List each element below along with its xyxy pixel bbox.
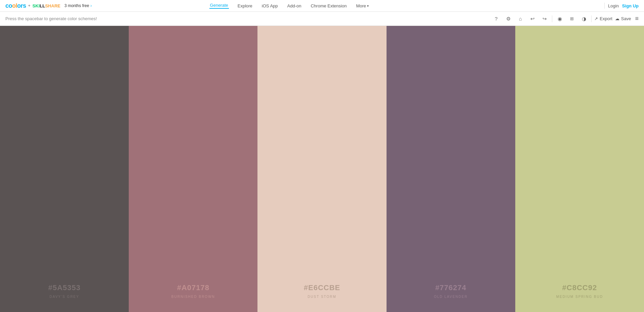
color-swatch-2[interactable]: #E6CCBEDUST STORM <box>257 26 386 312</box>
color-swatch-1[interactable]: #A07178BURNISHED BROWN <box>129 26 257 312</box>
export-button[interactable]: ↗ Export <box>594 16 612 21</box>
settings-icon-button[interactable]: ⚙ <box>504 14 513 24</box>
promo-arrow: › <box>90 3 92 8</box>
color-hex-1: #A07178 <box>177 283 209 292</box>
skillshare-logo[interactable]: SKILLSHARE <box>33 3 61 8</box>
color-swatch-0[interactable]: #5A5353DAVY'S GREY <box>0 26 129 312</box>
nav-divider <box>604 3 605 9</box>
save-cloud-icon: ☁ <box>615 16 619 21</box>
login-button[interactable]: Login <box>608 3 619 8</box>
color-name-0: DAVY'S GREY <box>50 295 79 299</box>
hamburger-button[interactable]: ≡ <box>635 15 639 22</box>
toolbar-divider-1 <box>552 15 552 22</box>
contrast-icon: ◑ <box>582 16 586 22</box>
undo-icon-button[interactable]: ↩ <box>528 14 537 24</box>
toolbar-icons: ? ⚙ ⌂ ↩ ↪ ◉ ⊞ ◑ ↗ Export ☁ Save <box>491 14 639 24</box>
nav-chrome-extension[interactable]: Chrome Extension <box>310 3 347 8</box>
save-button[interactable]: ☁ Save <box>615 16 631 21</box>
color-name-2: DUST STORM <box>308 295 336 299</box>
palette-container: #5A5353DAVY'S GREY#A07178BURNISHED BROWN… <box>0 26 644 312</box>
signup-button[interactable]: Sign Up <box>622 3 639 8</box>
redo-icon-button[interactable]: ↪ <box>540 14 549 24</box>
home-icon-button[interactable]: ⌂ <box>516 14 525 24</box>
save-label: Save <box>621 16 631 21</box>
color-hex-2: #E6CCBE <box>304 283 340 292</box>
nav-links: Generate Explore iOS App Add-on Chrome E… <box>209 3 369 9</box>
color-hex-4: #C8CC92 <box>562 283 597 292</box>
chevron-down-icon: ▾ <box>367 4 369 8</box>
nav-generate[interactable]: Generate <box>209 3 229 9</box>
navbar: coolors + SKILLSHARE 3 months free › Gen… <box>0 0 644 12</box>
home-icon: ⌂ <box>519 16 522 22</box>
share-icon: ↗ <box>594 16 598 21</box>
toolbar: Press the spacebar to generate color sch… <box>0 12 644 26</box>
nav-explore[interactable]: Explore <box>237 3 253 8</box>
hamburger-icon: ≡ <box>635 15 639 22</box>
eye-icon-button[interactable]: ◉ <box>555 14 564 24</box>
promo-banner[interactable]: 3 months free › <box>65 3 92 8</box>
color-hex-3: #776274 <box>435 283 467 292</box>
color-hex-0: #5A5353 <box>48 283 80 292</box>
gear-icon: ⚙ <box>506 16 511 22</box>
toolbar-divider-2 <box>591 15 592 22</box>
question-icon: ? <box>495 16 497 22</box>
redo-icon: ↪ <box>542 16 547 22</box>
export-label: Export <box>600 16 612 21</box>
more-label: More <box>356 3 366 8</box>
contrast-icon-button[interactable]: ◑ <box>579 14 589 24</box>
help-icon-button[interactable]: ? <box>491 14 501 24</box>
coolors-logo[interactable]: coolors <box>5 2 26 9</box>
plus-separator: + <box>28 3 31 8</box>
undo-icon: ↩ <box>530 16 535 22</box>
color-swatch-3[interactable]: #776274OLD LAVENDER <box>387 26 515 312</box>
nav-right: Login Sign Up <box>604 3 639 9</box>
promo-text: 3 months free <box>65 3 89 8</box>
spacebar-hint: Press the spacebar to generate color sch… <box>5 16 488 21</box>
eye-icon: ◉ <box>558 16 562 22</box>
color-swatch-4[interactable]: #C8CC92MEDIUM SPRING BUD <box>515 26 644 312</box>
color-name-4: MEDIUM SPRING BUD <box>556 295 603 299</box>
color-name-3: OLD LAVENDER <box>434 295 468 299</box>
grid-icon-button[interactable]: ⊞ <box>567 14 576 24</box>
grid-icon: ⊞ <box>570 16 574 21</box>
nav-ios[interactable]: iOS App <box>261 3 279 8</box>
nav-addon[interactable]: Add-on <box>287 3 302 8</box>
logo-area: coolors + SKILLSHARE 3 months free › <box>5 2 92 9</box>
nav-more[interactable]: More ▾ <box>355 3 369 8</box>
color-name-1: BURNISHED BROWN <box>171 295 215 299</box>
